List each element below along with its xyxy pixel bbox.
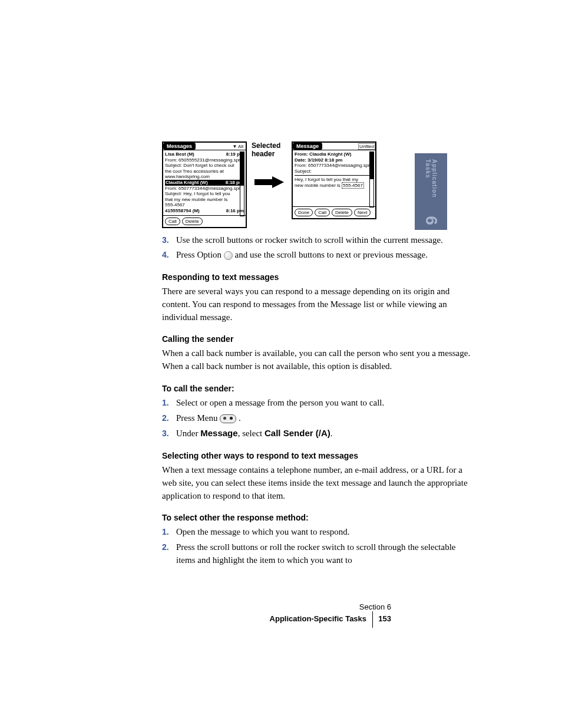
list-item: 1. Select or open a message from the per… bbox=[162, 397, 474, 410]
screen-title: Messages bbox=[163, 143, 196, 150]
list-item: 2. Press Menu . bbox=[162, 412, 474, 425]
screen-title: Message bbox=[293, 143, 322, 150]
step-text: Under Message, select Call Sender (/A). bbox=[176, 427, 474, 440]
step-text: Use the scroll buttons or rocker switch … bbox=[176, 234, 474, 247]
svg-marker-0 bbox=[254, 176, 284, 188]
side-tab-chapter: 6 bbox=[421, 216, 440, 225]
detail-from2: From: 6507773344@messaging.spr bbox=[295, 163, 373, 169]
heading-selecting: Selecting other ways to respond to text … bbox=[162, 451, 474, 460]
delete-button[interactable]: Delete bbox=[182, 218, 203, 225]
list-item: 1. Open the message to which you want to… bbox=[162, 526, 474, 539]
list-item: 2. Press the scroll buttons or roll the … bbox=[162, 541, 474, 567]
paragraph: When a call back number is available, yo… bbox=[162, 347, 474, 373]
msg-line: that my new mobile number is bbox=[165, 197, 244, 203]
page-number: 153 bbox=[378, 614, 391, 623]
step-number: 2. bbox=[162, 542, 176, 552]
detail-date: Date: 3/19/02 8:18 pm bbox=[295, 157, 342, 163]
step-number: 2. bbox=[162, 413, 176, 423]
done-button[interactable]: Done bbox=[295, 209, 313, 216]
call-button[interactable]: Call bbox=[165, 218, 180, 225]
footer-separator bbox=[372, 611, 373, 628]
footer-section: Section 6 bbox=[270, 602, 391, 611]
category-dropdown[interactable]: ▼ All bbox=[232, 144, 246, 149]
callout-label: Selected header bbox=[252, 141, 287, 159]
step-text: Select or open a message from the person… bbox=[176, 397, 474, 410]
msg-name: Claudia Knight (W) bbox=[166, 180, 208, 186]
selectable-number[interactable]: 555-4567 bbox=[342, 182, 364, 189]
list-item: 4. Press Option and use the scroll butto… bbox=[162, 249, 474, 262]
paragraph: When a text message contains a telephone… bbox=[162, 464, 474, 502]
detail-subject: Subject: bbox=[295, 169, 373, 174]
step-text: Press the scroll buttons or roll the roc… bbox=[176, 541, 474, 567]
scrollbar[interactable] bbox=[369, 151, 374, 207]
msg-line: www.handspring.com bbox=[165, 174, 244, 180]
step-number: 3. bbox=[162, 429, 176, 438]
option-key-icon bbox=[224, 251, 233, 260]
page-footer: Section 6 Application-Specific Tasks 153 bbox=[270, 602, 391, 628]
step-text: Press Menu . bbox=[176, 412, 474, 425]
paragraph: There are several ways you can respond t… bbox=[162, 285, 474, 324]
scrollbar[interactable] bbox=[240, 151, 244, 216]
msg-line: 555-4567 bbox=[165, 202, 244, 208]
heading-to-call: To call the sender: bbox=[162, 384, 474, 393]
step-text: Open the message to which you want to re… bbox=[176, 526, 474, 539]
arrow-icon bbox=[252, 176, 287, 188]
step-number: 4. bbox=[162, 250, 176, 259]
menu-key-icon bbox=[220, 414, 236, 423]
next-button[interactable]: Next bbox=[354, 209, 371, 216]
call-button[interactable]: Call bbox=[315, 209, 330, 216]
category-dropdown[interactable]: Unfiled bbox=[358, 143, 375, 150]
msg-from: From: 6505555231@messaging.spr bbox=[165, 157, 244, 163]
delete-button[interactable]: Delete bbox=[332, 209, 352, 216]
msg-from: From: 6507773344@messaging.spr bbox=[165, 186, 244, 192]
detail-from: From: Claudia Knight (W) bbox=[295, 151, 351, 157]
list-item: 3. Under Message, select Call Sender (/A… bbox=[162, 427, 474, 440]
step-number: 1. bbox=[162, 398, 176, 407]
msg-name[interactable]: Lisa Best (M) bbox=[165, 151, 194, 157]
side-tab: Application Tasks 6 bbox=[415, 153, 447, 230]
step-number: 3. bbox=[162, 235, 176, 245]
list-item: 3. Use the scroll buttons or rocker swit… bbox=[162, 234, 474, 247]
heading-responding: Responding to text messages bbox=[162, 272, 474, 282]
side-tab-label: Application Tasks bbox=[425, 159, 438, 200]
msg-name[interactable]: 4155558794 (M) bbox=[165, 208, 200, 214]
msg-subject: Subject: Don't forget to check out bbox=[165, 163, 244, 169]
screen-messages: Messages ▼ All Lisa Best (M)8:19 pm From… bbox=[162, 141, 247, 228]
step-number: 1. bbox=[162, 527, 176, 536]
footer-title: Application-Specific Tasks bbox=[270, 614, 366, 623]
msg-line: the cool Treo accessories at bbox=[165, 169, 244, 174]
callout: Selected header bbox=[252, 141, 287, 188]
msg-subject: Subject: Hey, I forgot to tell you bbox=[165, 191, 244, 197]
heading-to-select: To select other the response method: bbox=[162, 513, 474, 522]
heading-calling: Calling the sender bbox=[162, 334, 474, 344]
selected-header[interactable]: Claudia Knight (W)8:18 pm bbox=[165, 180, 244, 186]
detail-body: new mobile number is 555-4567 bbox=[295, 183, 373, 189]
screen-message-detail: Message Unfiled From: Claudia Knight (W)… bbox=[292, 141, 376, 219]
step-text: Press Option and use the scroll buttons … bbox=[176, 249, 474, 262]
